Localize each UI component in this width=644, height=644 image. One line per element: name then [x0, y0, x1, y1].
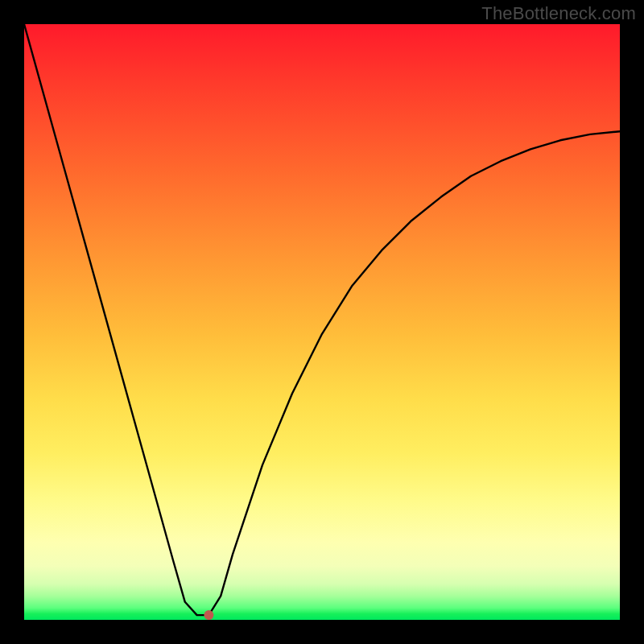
- watermark-text: TheBottleneck.com: [481, 3, 636, 24]
- plot-area: [24, 24, 620, 620]
- sweet-spot-marker: [204, 610, 213, 620]
- chart-frame: TheBottleneck.com: [0, 0, 644, 644]
- curve-svg: [24, 24, 620, 620]
- bottleneck-curve: [24, 24, 620, 615]
